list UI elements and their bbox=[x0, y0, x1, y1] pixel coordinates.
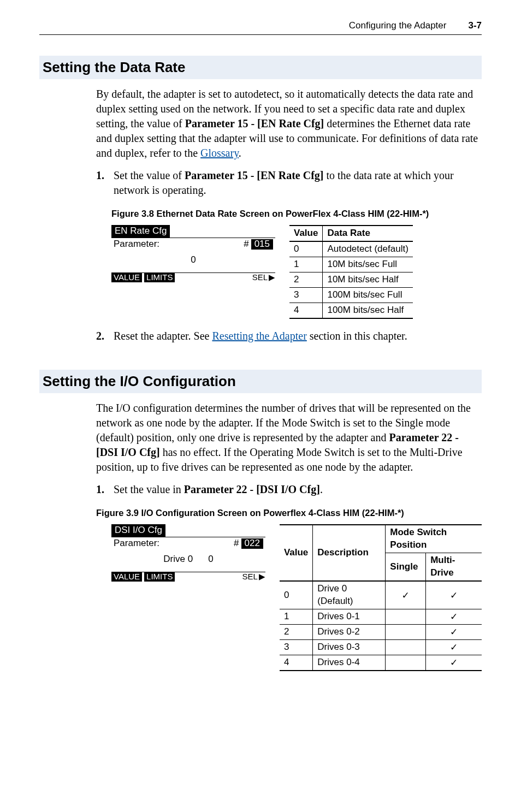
parameter-number: 022 bbox=[241, 538, 263, 549]
cell-value: 3 bbox=[289, 288, 323, 303]
cell-value: 4 bbox=[280, 655, 313, 670]
cell-value: 2 bbox=[289, 272, 323, 288]
him-parameter-label: Parameter: bbox=[114, 538, 234, 549]
section-setting-data-rate: Setting the Data Rate bbox=[39, 56, 482, 79]
cell-multi: ✓ bbox=[426, 624, 482, 639]
him-center-label: Drive 0 bbox=[163, 554, 193, 565]
cell-desc: Drives 0-4 bbox=[313, 655, 386, 670]
page-number: 3-7 bbox=[468, 20, 482, 32]
cell-desc: 100M bits/sec Full bbox=[323, 288, 413, 303]
data-rate-table: Value Data Rate 0 Autodetect (default) 1… bbox=[289, 225, 413, 319]
th-mode-switch: Mode Switch Position bbox=[386, 525, 482, 553]
th-description: Description bbox=[313, 525, 386, 581]
him-display-dsi-io: DSI I/O Cfg Parameter: # 022 Drive 0 0 V… bbox=[111, 524, 265, 582]
cell-value: 4 bbox=[289, 303, 323, 318]
him-current-value: 0 bbox=[208, 554, 213, 565]
text: Set the value in bbox=[114, 483, 184, 495]
cell-multi: ✓ bbox=[426, 581, 482, 609]
cell-desc: 10M bits/sec Half bbox=[323, 272, 413, 288]
cell-multi: ✓ bbox=[426, 639, 482, 655]
body-paragraph: The I/O configuration determines the num… bbox=[96, 401, 482, 475]
hash-symbol: # bbox=[244, 239, 248, 250]
cell-desc: 100M bits/sec Half bbox=[323, 303, 413, 318]
cell-value: 2 bbox=[280, 624, 313, 639]
cell-multi: ✓ bbox=[426, 655, 482, 670]
sel-label: SEL bbox=[242, 572, 258, 582]
cell-single: ✓ bbox=[386, 581, 426, 609]
cell-multi: ✓ bbox=[426, 609, 482, 624]
cell-desc: Drive 0 (Default) bbox=[313, 581, 386, 609]
io-config-table: Value Description Mode Switch Position S… bbox=[280, 524, 482, 671]
section-setting-io-config: Setting the I/O Configuration bbox=[39, 370, 482, 393]
text: Set the value of bbox=[114, 169, 185, 181]
list-number: 1. bbox=[96, 168, 108, 198]
cell-value: 3 bbox=[280, 639, 313, 655]
figure-3-8-caption: Figure 3.8 Ethernet Data Rate Screen on … bbox=[111, 208, 482, 220]
step-1: 1. Set the value in Parameter 22 - [DSI … bbox=[96, 482, 482, 497]
cell-desc: 10M bits/sec Full bbox=[323, 257, 413, 272]
cell-value: 1 bbox=[280, 609, 313, 624]
cell-desc: Autodetect (default) bbox=[323, 241, 413, 257]
step-2: 2. Reset the adapter. See Resetting the … bbox=[96, 329, 482, 343]
list-number: 1. bbox=[96, 482, 108, 497]
sel-label: SEL bbox=[252, 273, 268, 282]
right-arrow-icon: ▶ bbox=[259, 572, 265, 582]
th-value: Value bbox=[280, 525, 313, 581]
text: . bbox=[239, 147, 241, 159]
cell-desc: Drives 0-2 bbox=[313, 624, 386, 639]
him-current-value: 0 bbox=[191, 255, 196, 265]
text: section in this chapter. bbox=[307, 330, 407, 342]
cell-value: 1 bbox=[289, 257, 323, 272]
th-multi-drive: Multi-Drive bbox=[426, 553, 482, 581]
parameter-15-label: Parameter 15 - [EN Rate Cfg] bbox=[185, 117, 324, 129]
sel-softkey: SEL ▶ bbox=[252, 273, 275, 282]
him-title: DSI I/O Cfg bbox=[111, 524, 165, 537]
text: Reset the adapter. See bbox=[114, 330, 212, 342]
sel-softkey: SEL ▶ bbox=[242, 572, 265, 582]
cell-desc: Drives 0-3 bbox=[313, 639, 386, 655]
value-softkey: VALUE bbox=[111, 273, 142, 282]
chapter-title: Configuring the Adapter bbox=[349, 20, 447, 32]
him-display-en-rate: EN Rate Cfg Parameter: # 015 0 VALUE LIM… bbox=[111, 225, 275, 282]
step-text: Reset the adapter. See Resetting the Ada… bbox=[114, 329, 407, 343]
hash-symbol: # bbox=[234, 538, 239, 549]
limits-softkey: LIMITS bbox=[144, 273, 175, 282]
cell-single bbox=[386, 655, 426, 670]
figure-3-9-caption: Figure 3.9 I/O Configuration Screen on P… bbox=[96, 507, 482, 519]
glossary-link[interactable]: Glossary bbox=[200, 147, 239, 159]
him-parameter-label: Parameter: bbox=[114, 239, 244, 250]
cell-single bbox=[386, 609, 426, 624]
step-text: Set the value of Parameter 15 - [EN Rate… bbox=[114, 168, 482, 198]
step-1: 1. Set the value of Parameter 15 - [EN R… bbox=[96, 168, 482, 198]
cell-single bbox=[386, 639, 426, 655]
th-value: Value bbox=[289, 226, 323, 241]
limits-softkey: LIMITS bbox=[144, 572, 175, 582]
cell-value: 0 bbox=[289, 241, 323, 257]
cell-single bbox=[386, 624, 426, 639]
th-single: Single bbox=[386, 553, 426, 581]
resetting-adapter-link[interactable]: Resetting the Adapter bbox=[212, 330, 307, 342]
text: . bbox=[320, 483, 323, 495]
parameter-number: 015 bbox=[251, 239, 273, 250]
parameter-22-label: Parameter 22 - [DSI I/O Cfg] bbox=[184, 483, 320, 495]
him-title: EN Rate Cfg bbox=[111, 225, 170, 238]
parameter-15-label: Parameter 15 - [EN Rate Cfg] bbox=[185, 169, 324, 181]
right-arrow-icon: ▶ bbox=[269, 273, 275, 282]
list-number: 2. bbox=[96, 329, 108, 343]
cell-value: 0 bbox=[280, 581, 313, 609]
cell-desc: Drives 0-1 bbox=[313, 609, 386, 624]
running-header: Configuring the Adapter 3-7 bbox=[39, 20, 482, 35]
th-data-rate: Data Rate bbox=[323, 226, 413, 241]
value-softkey: VALUE bbox=[111, 572, 142, 582]
body-paragraph: By default, the adapter is set to autode… bbox=[96, 87, 482, 161]
step-text: Set the value in Parameter 22 - [DSI I/O… bbox=[114, 482, 323, 497]
